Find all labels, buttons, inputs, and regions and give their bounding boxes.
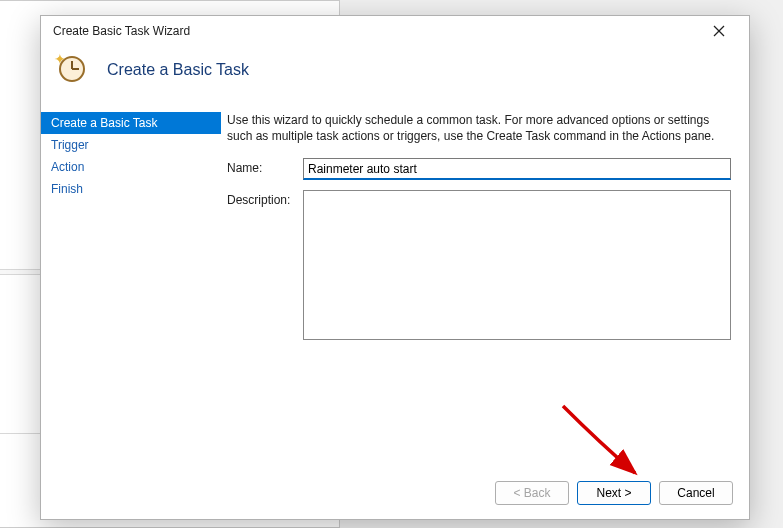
description-label: Description:: [227, 190, 303, 207]
sidebar-item-label: Trigger: [51, 138, 89, 152]
sidebar-item-create-basic-task[interactable]: Create a Basic Task: [41, 112, 221, 134]
wizard-clock-icon: ✦: [57, 54, 89, 86]
name-input[interactable]: [303, 158, 731, 180]
name-row: Name:: [227, 158, 731, 180]
titlebar: Create Basic Task Wizard: [41, 16, 749, 46]
next-button[interactable]: Next >: [577, 481, 651, 505]
sidebar-item-action[interactable]: Action: [41, 156, 221, 178]
description-textarea[interactable]: [303, 190, 731, 340]
back-button: < Back: [495, 481, 569, 505]
sidebar-item-trigger[interactable]: Trigger: [41, 134, 221, 156]
wizard-footer: < Back Next > Cancel: [41, 467, 749, 519]
wizard-heading: Create a Basic Task: [107, 61, 249, 79]
wizard-header: ✦ Create a Basic Task: [41, 46, 749, 112]
cancel-button[interactable]: Cancel: [659, 481, 733, 505]
wizard-dialog: Create Basic Task Wizard ✦ Create a Basi…: [40, 15, 750, 520]
sidebar-item-finish[interactable]: Finish: [41, 178, 221, 200]
wizard-steps-sidebar: Create a Basic Task Trigger Action Finis…: [41, 112, 221, 467]
sidebar-item-label: Create a Basic Task: [51, 116, 158, 130]
close-button[interactable]: [699, 17, 739, 45]
name-label: Name:: [227, 158, 303, 175]
intro-text: Use this wizard to quickly schedule a co…: [227, 112, 731, 144]
close-icon: [713, 25, 725, 37]
sidebar-item-label: Action: [51, 160, 84, 174]
wizard-content: Use this wizard to quickly schedule a co…: [221, 112, 749, 467]
window-title: Create Basic Task Wizard: [53, 24, 699, 38]
description-row: Description:: [227, 190, 731, 340]
sidebar-item-label: Finish: [51, 182, 83, 196]
